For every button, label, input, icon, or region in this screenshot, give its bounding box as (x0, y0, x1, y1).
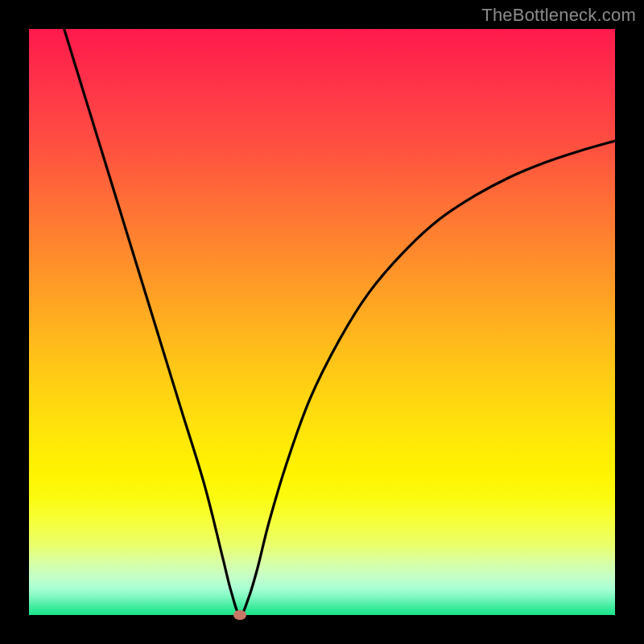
watermark-text: TheBottleneck.com (481, 5, 636, 26)
bottleneck-curve (29, 29, 615, 615)
plot-area (29, 29, 615, 615)
minimum-marker (233, 610, 246, 620)
chart-frame: TheBottleneck.com (0, 0, 644, 644)
